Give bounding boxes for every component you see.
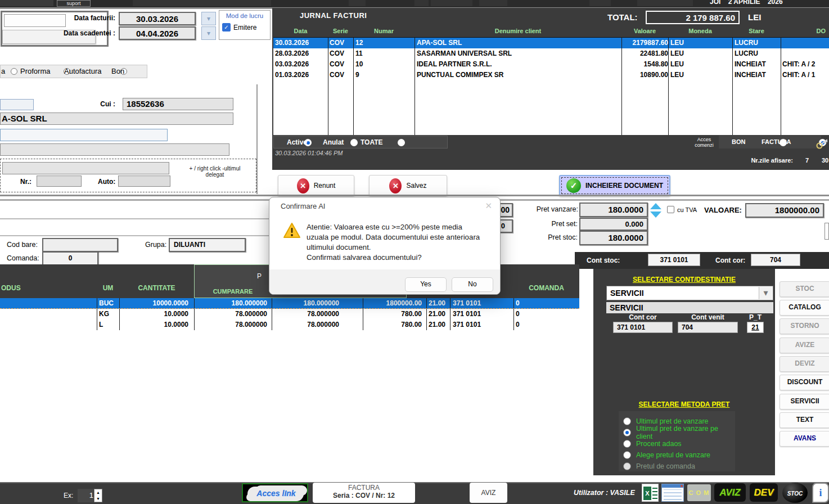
journal-row[interactable]: 28.03.2026 COV 11 SASARMAN UNIVERSAL SRL…	[273, 48, 829, 59]
bon-label: Bon	[111, 67, 124, 75]
servicii-button[interactable]: SERVICII	[780, 394, 829, 410]
top-menu-item[interactable]	[349, 0, 366, 6]
cu-tva-checkbox[interactable]	[667, 206, 674, 213]
com-button[interactable]: C O M	[687, 484, 711, 501]
journal-row[interactable]: 03.03.2026 COV 10 IDEAL PARTNER S.R.L. 1…	[273, 59, 829, 70]
metoda-pret-panel: Ultimul pret de vanzare Ultimul pret de …	[619, 411, 735, 471]
client-address-input[interactable]	[0, 129, 168, 141]
metoda-option[interactable]: Ultimul pret de vanzare pe client	[623, 427, 735, 438]
client-code-input[interactable]	[0, 99, 34, 110]
warning-icon	[283, 222, 301, 241]
client-name-input[interactable]: A-SOL SRL	[0, 112, 233, 125]
excel-icon[interactable]: X	[642, 484, 659, 502]
valoare-input[interactable]: 1800000.00	[745, 203, 824, 218]
stoc-button[interactable]: STOC	[780, 281, 829, 297]
pret-set-input[interactable]: 0.000	[579, 218, 648, 231]
proforma-radio[interactable]	[11, 68, 17, 75]
divider	[0, 218, 269, 219]
avans-button[interactable]: AVANS	[780, 431, 829, 447]
radio-icon[interactable]	[623, 417, 631, 425]
nr-zile-label: Nr.zile afisare:	[741, 157, 793, 164]
spinner-up-icon[interactable]: ▲	[94, 489, 102, 496]
close-icon[interactable]: ✕	[485, 201, 492, 211]
client-extra-input[interactable]	[0, 143, 229, 156]
text-button[interactable]: TEXT	[780, 412, 829, 428]
destinatie-title: SELECTARE CONT/DESTINATIE	[593, 276, 775, 284]
cont-cor-input[interactable]: 704	[751, 254, 800, 266]
deviz-button[interactable]: DEVIZ	[780, 356, 829, 372]
radio-icon[interactable]	[623, 429, 631, 436]
data-scadentei-input[interactable]: 04.04.2026	[119, 26, 196, 40]
comanda-input[interactable]: 0	[42, 251, 98, 266]
dest-cont-venit-input[interactable]: 704	[678, 322, 738, 333]
top-menu-item[interactable]	[479, 0, 507, 6]
incheiere-document-button[interactable]: ✓ INCHEIERE DOCUMENT	[559, 175, 670, 196]
renunt-button[interactable]: ✕ Renunt	[278, 175, 354, 196]
aviz-badge[interactable]: AVIZ	[714, 483, 746, 502]
cont-stoc-input[interactable]: 371 0101	[648, 254, 700, 266]
cui-input[interactable]: 18552636	[123, 98, 233, 110]
data-scadentei-dropdown[interactable]: ▾	[201, 26, 216, 40]
suport-button[interactable]: suport	[57, 0, 91, 7]
valoare-label: VALOARE:	[704, 206, 742, 214]
destinatie-list-item[interactable]: SERVICII	[606, 302, 773, 313]
dest-cont-cor-input[interactable]: 371 0101	[613, 322, 673, 333]
anulat-radio[interactable]	[350, 139, 358, 146]
nr-input[interactable]	[37, 176, 82, 187]
top-menu-strip[interactable]	[133, 0, 271, 6]
top-menu-item[interactable]	[637, 0, 693, 6]
ex-input[interactable]: 1	[78, 489, 93, 502]
col-numar: Numar	[353, 26, 415, 35]
radio-icon[interactable]	[623, 451, 631, 459]
anulat-label: Anulat	[323, 138, 344, 146]
cod-bare-input[interactable]	[42, 238, 118, 252]
metoda-option-disabled[interactable]: Pretul de comanda	[623, 461, 735, 472]
radio-icon[interactable]	[623, 462, 631, 470]
stoc-badge[interactable]: STOC	[782, 483, 808, 503]
storno-button[interactable]: STORNO	[780, 318, 829, 334]
catalog-button[interactable]: CATALOG	[780, 300, 829, 316]
acces-comenzi-label: Accescomenzi	[692, 137, 717, 148]
top-menu-item[interactable]	[589, 0, 611, 6]
delegat-input[interactable]	[2, 162, 169, 174]
spinner-down-icon[interactable]: ▼	[94, 496, 102, 502]
cont-stoc-label: Cont stoc:	[587, 256, 620, 264]
no-button[interactable]: No	[452, 277, 493, 292]
radio-icon[interactable]	[623, 440, 631, 448]
journal-row[interactable]: 01.03.2026 COV 9 PUNCTUAL COMIMPEX SR 10…	[273, 70, 829, 80]
salvez-button[interactable]: ✕ Salvez	[369, 175, 447, 196]
top-menu-item[interactable]	[415, 0, 429, 6]
discount-button[interactable]: DISCOUNT	[780, 375, 829, 390]
calculator-icon[interactable]	[661, 484, 684, 502]
acces-link-logo[interactable]: Acces lInk	[242, 483, 308, 502]
emitere-checkbox[interactable]: ✓	[222, 23, 231, 32]
zile-30-label: 30	[822, 157, 828, 164]
yes-button[interactable]: Yes	[405, 277, 447, 292]
journal-row-selected[interactable]: 30.03.2026 COV 12 APA-SOL SRL 2179887.60…	[273, 38, 829, 48]
auto-input[interactable]	[118, 176, 170, 187]
top-menu-placeholder[interactable]	[0, 0, 53, 6]
dialog-title: Confirmare AI	[281, 202, 325, 210]
pret-stoc-input[interactable]: 180.0000	[579, 231, 648, 245]
info-icon[interactable]: i	[812, 483, 829, 503]
key-icon[interactable]	[816, 138, 829, 150]
dev-badge[interactable]: DEV	[750, 483, 778, 502]
item-row-selected[interactable]: BUC 10000.0000 180.000000 180.000000 180…	[0, 298, 579, 309]
dest-pt-input[interactable]: 21	[747, 322, 764, 333]
scroll-nub[interactable]	[825, 223, 829, 240]
top-menu-item[interactable]	[431, 0, 472, 6]
destinatie-combobox[interactable]: SERVICII ▾	[606, 286, 773, 300]
price-down-arrow[interactable]	[650, 212, 661, 218]
chevron-down-icon[interactable]: ▾	[759, 287, 772, 299]
aviz-button-bottom[interactable]: AVIZ	[470, 483, 507, 503]
item-row[interactable]: KG 10.0000 78.000000 78.000000 780.00 21…	[0, 309, 579, 320]
grupa-input[interactable]: DILUANTI	[169, 238, 246, 252]
data-facturii-input[interactable]: 30.03.2026	[119, 12, 196, 25]
price-up-arrow[interactable]	[650, 203, 661, 209]
ex-spinner[interactable]: ▲ ▼	[94, 489, 102, 502]
item-row[interactable]: L 10.0000 78.000000 78.000000 780.00 21.…	[0, 320, 579, 330]
pret-vanzare-input[interactable]: 180.0000	[579, 202, 648, 217]
avize-button[interactable]: AVIZE	[780, 338, 829, 353]
metoda-option[interactable]: Alege pretul de vanzare	[623, 449, 735, 461]
data-facturii-dropdown[interactable]: ▾	[201, 12, 216, 25]
